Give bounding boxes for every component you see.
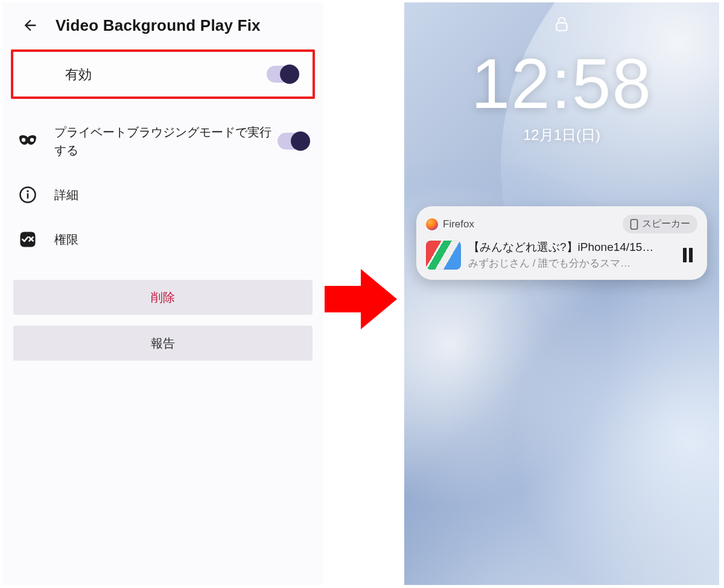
permissions-row[interactable]: 権限 xyxy=(2,217,323,262)
audio-output-chip[interactable]: スピーカー xyxy=(623,215,697,233)
media-subtitle: みずおじさん / 誰でも分かるスマ… xyxy=(468,256,671,270)
phone-icon xyxy=(630,219,638,230)
svg-rect-6 xyxy=(556,23,567,31)
pause-icon xyxy=(689,248,693,262)
notification-body: 【みんなどれ選ぶ?】iPhone14/15… みずおじさん / 誰でも分かるスマ… xyxy=(426,239,697,270)
info-icon xyxy=(17,184,39,206)
notification-app: Firefox xyxy=(426,218,474,230)
delete-button[interactable]: 削除 xyxy=(13,280,313,315)
enable-label: 有効 xyxy=(57,65,267,84)
highlight-box: 有効 xyxy=(11,49,315,99)
private-browsing-toggle[interactable] xyxy=(278,133,309,150)
settings-rows: プライベートブラウジングモードで実行する 詳細 xyxy=(2,110,323,262)
page-title: Video Background Play Fix xyxy=(56,16,261,35)
svg-point-3 xyxy=(27,190,29,192)
media-notification[interactable]: Firefox スピーカー 【みんなどれ選ぶ?】iPhone14/15… みずお… xyxy=(416,206,707,280)
svg-rect-7 xyxy=(631,220,638,229)
media-thumbnail xyxy=(426,241,461,270)
permissions-icon xyxy=(17,229,39,250)
pause-icon xyxy=(683,248,687,262)
svg-point-0 xyxy=(22,138,25,142)
details-row[interactable]: 詳細 xyxy=(2,172,323,217)
report-label: 報告 xyxy=(151,335,175,352)
delete-label: 削除 xyxy=(151,289,175,306)
notification-text: 【みんなどれ選ぶ?】iPhone14/15… みずおじさん / 誰でも分かるスマ… xyxy=(468,239,671,270)
report-button[interactable]: 報告 xyxy=(13,326,313,361)
svg-rect-4 xyxy=(27,194,29,199)
private-browsing-label: プライベートブラウジングモードで実行する xyxy=(54,123,278,159)
permissions-label: 権限 xyxy=(54,230,309,248)
unlock-icon xyxy=(554,16,570,33)
svg-point-1 xyxy=(30,138,34,142)
notification-header: Firefox スピーカー xyxy=(426,215,697,233)
private-browsing-row[interactable]: プライベートブラウジングモードで実行する xyxy=(2,110,323,172)
lock-screen: 12:58 12月1日(日) Firefox スピーカー 【みん xyxy=(404,2,719,585)
arrow-left-icon xyxy=(22,17,39,34)
enable-toggle[interactable] xyxy=(267,66,298,83)
media-title: 【みんなどれ選ぶ?】iPhone14/15… xyxy=(468,239,671,255)
mask-icon xyxy=(17,130,39,152)
clock-date: 12月1日(日) xyxy=(404,125,719,145)
details-label: 詳細 xyxy=(54,186,309,204)
clock-time: 12:58 xyxy=(404,43,719,124)
firefox-icon xyxy=(426,218,438,230)
red-arrow-annotation xyxy=(325,269,399,329)
audio-output-label: スピーカー xyxy=(642,218,690,230)
header: Video Background Play Fix xyxy=(2,2,323,49)
clock: 12:58 12月1日(日) xyxy=(404,43,719,145)
settings-screen: Video Background Play Fix 有効 プライベートブラウジン… xyxy=(2,2,323,585)
back-button[interactable] xyxy=(21,16,40,35)
enable-row[interactable]: 有効 xyxy=(13,52,313,96)
pause-button[interactable] xyxy=(678,248,697,262)
notification-app-name: Firefox xyxy=(443,218,474,230)
